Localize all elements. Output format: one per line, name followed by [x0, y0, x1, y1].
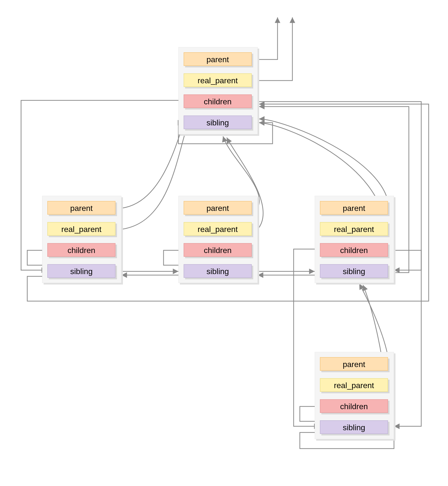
diagram-canvas: parent real_parent children sibling pare… [0, 0, 448, 486]
field-sibling: sibling [320, 264, 388, 278]
field-children: children [184, 243, 252, 257]
field-children: children [320, 243, 388, 257]
field-real-parent: real_parent [320, 222, 388, 236]
field-children: children [184, 94, 252, 108]
field-parent: parent [184, 52, 252, 66]
field-parent: parent [184, 201, 252, 215]
field-real-parent: real_parent [184, 73, 252, 87]
field-sibling: sibling [184, 264, 252, 278]
field-parent: parent [47, 201, 115, 215]
node-grandchild: parent real_parent children sibling [315, 352, 394, 439]
field-children: children [320, 399, 388, 413]
node-child-0: parent real_parent children sibling [42, 196, 121, 283]
field-children: children [47, 243, 115, 257]
node-root: parent real_parent children sibling [178, 47, 258, 134]
field-sibling: sibling [320, 420, 388, 434]
node-child-1: parent real_parent children sibling [178, 196, 258, 283]
node-child-2: parent real_parent children sibling [315, 196, 394, 283]
field-real-parent: real_parent [47, 222, 115, 236]
field-sibling: sibling [184, 115, 252, 129]
field-parent: parent [320, 357, 388, 371]
field-sibling: sibling [47, 264, 115, 278]
field-real-parent: real_parent [184, 222, 252, 236]
field-real-parent: real_parent [320, 378, 388, 392]
field-parent: parent [320, 201, 388, 215]
